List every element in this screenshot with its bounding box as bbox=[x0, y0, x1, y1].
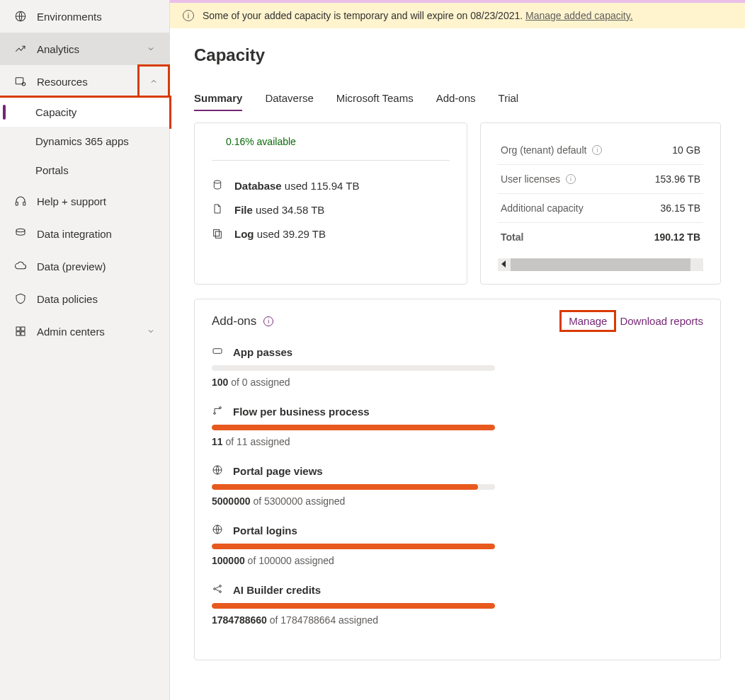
sidebar-item-analytics[interactable]: Analytics bbox=[0, 33, 169, 65]
addon-head: Portal page views bbox=[212, 464, 703, 477]
manage-capacity-link[interactable]: Manage added capacity. bbox=[525, 10, 633, 21]
usage-label: File used 34.58 TB bbox=[234, 204, 324, 216]
sidebar-item-data-preview[interactable]: Data (preview) bbox=[0, 250, 169, 282]
chevron-down-icon bbox=[144, 324, 158, 338]
tabs: Summary Dataverse Microsoft Teams Add-on… bbox=[194, 88, 721, 108]
page-title: Capacity bbox=[194, 45, 721, 65]
addon-item: Flow per business process11 of 11 assign… bbox=[212, 405, 703, 447]
sidebar-item-label: Data integration bbox=[37, 228, 158, 240]
addon-item: AI Builder credits1784788660 of 17847886… bbox=[212, 583, 703, 626]
summary-label: Additional capacity bbox=[501, 202, 584, 214]
svg-point-20 bbox=[220, 591, 222, 593]
cloud-icon bbox=[13, 258, 28, 274]
svg-rect-7 bbox=[21, 327, 25, 331]
svg-rect-12 bbox=[215, 231, 221, 238]
svg-point-18 bbox=[214, 588, 216, 590]
summary-label: Org (tenant) defaulti bbox=[501, 144, 602, 156]
sidebar-item-environments[interactable]: Environments bbox=[0, 0, 169, 33]
chevron-up-icon[interactable] bbox=[138, 65, 169, 98]
summary-label: User licensesi bbox=[501, 173, 576, 185]
summary-value: 153.96 TB bbox=[655, 173, 700, 185]
admin-centers-icon bbox=[13, 323, 28, 339]
addon-name: AI Builder credits bbox=[233, 584, 321, 596]
resources-icon bbox=[13, 74, 28, 89]
tab-dataverse[interactable]: Dataverse bbox=[265, 88, 313, 108]
sidebar-item-capacity[interactable]: Capacity bbox=[0, 98, 169, 127]
addon-icon bbox=[212, 405, 224, 418]
svg-rect-13 bbox=[213, 349, 222, 354]
svg-point-19 bbox=[220, 585, 222, 587]
sidebar-item-resources[interactable]: Resources bbox=[0, 65, 169, 98]
info-banner: i Some of your added capacity is tempora… bbox=[170, 0, 745, 28]
usage-label: Log used 39.29 TB bbox=[234, 228, 326, 240]
svg-rect-8 bbox=[16, 332, 20, 335]
sidebar-item-label: Admin centers bbox=[37, 326, 144, 338]
database-icon bbox=[212, 179, 224, 192]
manage-link[interactable]: Manage bbox=[562, 312, 614, 330]
addon-progress bbox=[212, 484, 495, 490]
headset-icon bbox=[13, 193, 28, 209]
download-reports-link[interactable]: Download reports bbox=[620, 315, 703, 327]
banner-text: Some of your added capacity is temporary… bbox=[203, 10, 633, 21]
addon-name: Portal page views bbox=[233, 465, 323, 477]
svg-rect-11 bbox=[214, 229, 220, 236]
chevron-down-icon bbox=[144, 42, 158, 56]
addon-head: AI Builder credits bbox=[212, 583, 703, 596]
summary-value: 190.12 TB bbox=[654, 231, 700, 243]
globe-icon bbox=[13, 8, 28, 24]
addon-usage-text: 1784788660 of 1784788664 assigned bbox=[212, 614, 703, 626]
tab-trial[interactable]: Trial bbox=[499, 88, 519, 108]
addon-name: Flow per business process bbox=[233, 406, 370, 418]
sidebar-item-data-policies[interactable]: Data policies bbox=[0, 282, 169, 315]
tab-summary[interactable]: Summary bbox=[194, 88, 242, 108]
capacity-summary-card: Org (tenant) defaulti 10 GB User license… bbox=[480, 122, 721, 285]
addon-item: App passes100 of 0 assigned bbox=[212, 345, 703, 388]
addon-item: Portal logins100000 of 100000 assigned bbox=[212, 524, 703, 566]
tab-addons[interactable]: Add-ons bbox=[436, 88, 476, 108]
sidebar-item-label: Dynamics 365 apps bbox=[35, 135, 158, 147]
usage-label: Database used 115.94 TB bbox=[234, 180, 360, 192]
addon-icon bbox=[212, 464, 224, 477]
addon-usage-text: 5000000 of 5300000 assigned bbox=[212, 495, 703, 507]
addon-progress bbox=[212, 365, 495, 371]
usage-card: 0.16% available Database used 115.94 TB … bbox=[194, 122, 467, 285]
svg-point-5 bbox=[16, 229, 25, 232]
data-integration-icon bbox=[13, 226, 28, 241]
summary-row: User licensesi 153.96 TB bbox=[498, 165, 703, 194]
sidebar-item-label: Data policies bbox=[37, 293, 158, 305]
info-icon[interactable]: i bbox=[592, 145, 602, 155]
summary-row: Org (tenant) defaulti 10 GB bbox=[498, 136, 703, 165]
info-icon[interactable]: i bbox=[566, 174, 576, 184]
sidebar-item-label: Analytics bbox=[37, 43, 144, 55]
addon-name: App passes bbox=[233, 346, 292, 358]
svg-point-14 bbox=[214, 413, 216, 415]
svg-point-10 bbox=[214, 180, 220, 183]
addon-head: App passes bbox=[212, 345, 703, 358]
addon-head: Flow per business process bbox=[212, 405, 703, 418]
svg-rect-3 bbox=[16, 202, 18, 206]
sidebar-item-admin-centers[interactable]: Admin centers bbox=[0, 315, 169, 348]
sidebar-item-label: Data (preview) bbox=[37, 260, 158, 272]
addon-progress bbox=[212, 425, 495, 430]
file-icon bbox=[212, 203, 224, 216]
svg-rect-9 bbox=[21, 332, 25, 335]
scrollbar[interactable] bbox=[498, 258, 703, 271]
tab-teams[interactable]: Microsoft Teams bbox=[336, 88, 414, 108]
addon-icon bbox=[212, 524, 224, 537]
addon-progress bbox=[212, 544, 495, 549]
sidebar-item-dynamics365[interactable]: Dynamics 365 apps bbox=[0, 127, 169, 156]
summary-row: Additional capacity 36.15 TB bbox=[498, 194, 703, 223]
sidebar-item-help[interactable]: Help + support bbox=[0, 185, 169, 217]
sidebar-item-label: Portals bbox=[35, 164, 158, 176]
addon-usage-text: 100 of 0 assigned bbox=[212, 377, 703, 388]
addon-name: Portal logins bbox=[233, 524, 297, 537]
summary-label: Total bbox=[501, 231, 523, 243]
divider bbox=[212, 160, 450, 161]
info-icon[interactable]: i bbox=[263, 316, 273, 326]
banner-message: Some of your added capacity is temporary… bbox=[203, 10, 525, 21]
sidebar-item-portals[interactable]: Portals bbox=[0, 156, 169, 185]
addons-title: Add-ons i bbox=[212, 314, 562, 328]
addon-progress bbox=[212, 603, 495, 609]
sidebar-item-data-integration[interactable]: Data integration bbox=[0, 217, 169, 250]
info-icon: i bbox=[183, 10, 194, 21]
